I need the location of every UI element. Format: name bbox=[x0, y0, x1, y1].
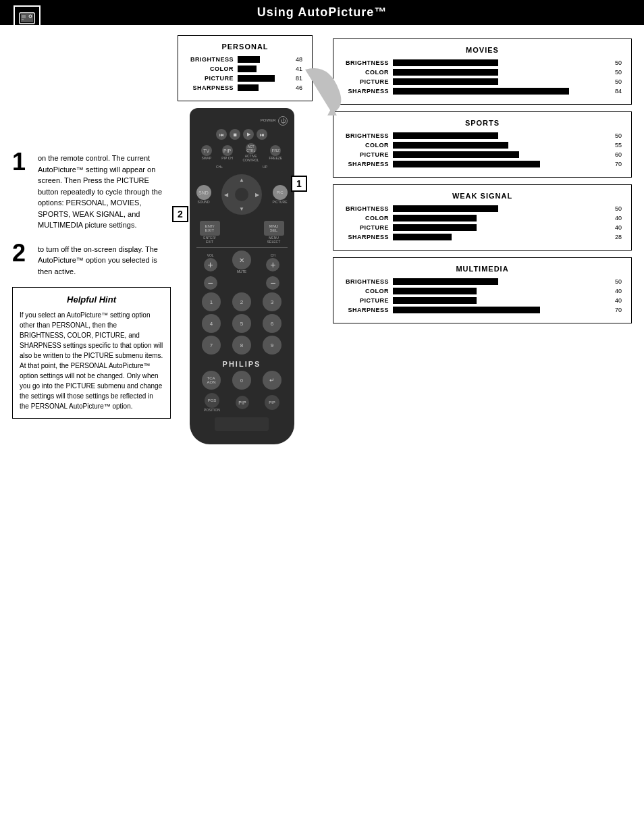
mute-button[interactable]: ✕ bbox=[232, 251, 251, 269]
setting-value: 40 bbox=[607, 297, 622, 304]
hint-title: Helpful Hint bbox=[20, 294, 163, 305]
setting-value: 70 bbox=[607, 161, 622, 167]
setting-bar bbox=[393, 69, 498, 76]
setting-row: COLOR41 bbox=[188, 66, 302, 72]
btn-6[interactable]: 6 bbox=[263, 314, 281, 333]
setting-label: SHARPNESS bbox=[343, 234, 389, 240]
setting-bar bbox=[393, 224, 477, 231]
setting-label: SHARPNESS bbox=[343, 88, 389, 95]
num-row-3: 7 8 9 bbox=[196, 336, 288, 355]
menu-select-button[interactable]: MNUSEL bbox=[264, 221, 284, 236]
fastforward-button[interactable]: ⏭ bbox=[257, 129, 267, 140]
setting-value: 50 bbox=[607, 59, 622, 66]
personal-panel-title: PERSONAL bbox=[188, 43, 302, 51]
setting-label: COLOR bbox=[343, 215, 389, 221]
setting-value: 50 bbox=[607, 278, 622, 285]
setting-value: 48 bbox=[288, 56, 302, 63]
rewind-button[interactable]: ⏮ bbox=[216, 129, 227, 140]
setting-bar bbox=[393, 297, 477, 304]
setting-row: PICTURE60 bbox=[343, 151, 622, 158]
setting-row: SHARPNESS28 bbox=[343, 234, 622, 240]
num-row-1: 1 2 3 bbox=[196, 292, 288, 311]
main-layout: 1 on the remote control. The current Aut… bbox=[0, 25, 644, 444]
hint-text: If you select an AutoPicture™ setting op… bbox=[20, 310, 163, 411]
btn-3[interactable]: 3 bbox=[263, 292, 281, 311]
setting-label: SHARPNESS bbox=[188, 84, 234, 91]
sports-panel: SPORTS BRIGHTNESS50COLOR55PICTURE60SHARP… bbox=[333, 111, 632, 178]
picture-button[interactable]: PIC bbox=[273, 185, 288, 200]
setting-value: 40 bbox=[607, 224, 622, 231]
pip-center-button[interactable]: PIP bbox=[236, 396, 249, 409]
sound-button[interactable]: SND bbox=[196, 185, 211, 200]
btn-2[interactable]: 2 bbox=[232, 292, 251, 311]
setting-bar-container bbox=[393, 307, 603, 313]
enter-exit-button[interactable]: ENT/EXIT bbox=[200, 221, 220, 236]
helpful-hint-box: Helpful Hint If you select an AutoPictur… bbox=[12, 287, 171, 419]
setting-value: 60 bbox=[607, 151, 622, 158]
setting-bar-container bbox=[393, 215, 603, 221]
setting-row: BRIGHTNESS48 bbox=[188, 56, 302, 63]
play-button[interactable]: ▶ bbox=[243, 129, 254, 140]
setting-bar bbox=[238, 84, 259, 91]
btn-1[interactable]: 1 bbox=[202, 292, 221, 311]
ch-down-button[interactable]: − bbox=[266, 276, 279, 290]
freeze-button[interactable]: FRZ bbox=[270, 145, 281, 156]
setting-value: 50 bbox=[607, 132, 622, 139]
setting-bar bbox=[393, 161, 540, 167]
setting-bar-container bbox=[393, 234, 603, 240]
tv-button[interactable]: TV bbox=[201, 145, 212, 156]
setting-label: COLOR bbox=[343, 142, 389, 149]
touch-aon-button[interactable]: TCAAON bbox=[202, 371, 221, 390]
movies-panel: MOVIES BRIGHTNESS50COLOR50PICTURE50SHARP… bbox=[333, 38, 632, 105]
setting-bar-container bbox=[393, 288, 603, 294]
setting-bar bbox=[238, 56, 260, 63]
stop-button[interactable]: ⏹ bbox=[230, 129, 240, 140]
vol-down-button[interactable]: − bbox=[204, 276, 217, 290]
setting-bar-container bbox=[238, 84, 284, 91]
setting-row: PICTURE81 bbox=[188, 75, 302, 82]
brand-label: PHILIPS bbox=[196, 360, 288, 368]
setting-row: SHARPNESS46 bbox=[188, 84, 302, 91]
pip-right-button[interactable]: PIP bbox=[265, 395, 279, 410]
setting-value: 40 bbox=[607, 288, 622, 294]
setting-label: PICTURE bbox=[343, 297, 389, 304]
step-2-number: 2 bbox=[12, 241, 32, 265]
weak-signal-panel: WEAK SIGNAL BRIGHTNESS50COLOR40PICTURE40… bbox=[333, 184, 632, 251]
setting-bar-container bbox=[393, 297, 603, 304]
setting-row: PICTURE50 bbox=[343, 78, 622, 85]
step-1: 1 on the remote control. The current Aut… bbox=[12, 150, 171, 231]
btn-4[interactable]: 4 bbox=[202, 314, 221, 333]
btn-8[interactable]: 8 bbox=[232, 336, 251, 355]
ch-up-button[interactable]: + bbox=[266, 258, 279, 271]
setting-bar-container bbox=[393, 278, 603, 285]
setting-bar bbox=[393, 88, 569, 95]
btn-9[interactable]: 9 bbox=[263, 336, 281, 355]
setting-label: BRIGHTNESS bbox=[343, 205, 389, 212]
active-control-button[interactable]: ACTCTRL bbox=[246, 143, 257, 154]
step-1-text: on the remote control. The current AutoP… bbox=[38, 150, 171, 231]
setting-row: SHARPNESS70 bbox=[343, 161, 622, 167]
setting-row: SHARPNESS84 bbox=[343, 88, 622, 95]
step-1-number: 1 bbox=[12, 150, 32, 174]
zero-button[interactable]: 0 bbox=[232, 371, 251, 390]
btn-5[interactable]: 5 bbox=[232, 314, 251, 333]
setting-value: 28 bbox=[607, 234, 622, 240]
setting-bar bbox=[393, 78, 498, 85]
multimedia-title: MULTIMEDIA bbox=[343, 265, 622, 273]
skip-button[interactable]: ↵ bbox=[263, 371, 281, 390]
setting-bar-container bbox=[393, 132, 603, 139]
setting-row: BRIGHTNESS50 bbox=[343, 59, 622, 66]
nav-pad[interactable]: ▲ ▼ ◀ ▶ bbox=[221, 174, 262, 215]
personal-settings: BRIGHTNESS48COLOR41PICTURE81SHARPNESS46 bbox=[188, 56, 302, 91]
setting-row: SHARPNESS70 bbox=[343, 307, 622, 313]
pip-ch-button[interactable]: PIP bbox=[222, 145, 233, 156]
btn-7[interactable]: 7 bbox=[202, 336, 221, 355]
setting-value: 70 bbox=[607, 307, 622, 313]
vol-up-button[interactable]: + bbox=[204, 258, 217, 271]
remote-bottom-bar bbox=[215, 417, 269, 431]
position-button[interactable]: POS bbox=[205, 393, 219, 408]
setting-label: COLOR bbox=[188, 66, 234, 72]
power-button[interactable]: ⏻ bbox=[278, 116, 288, 126]
setting-value: 84 bbox=[607, 88, 622, 95]
setting-row: BRIGHTNESS50 bbox=[343, 132, 622, 139]
